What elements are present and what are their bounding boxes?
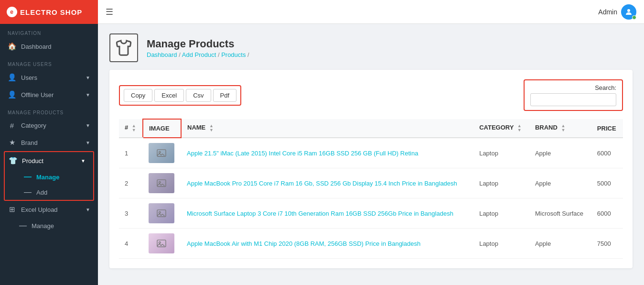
cell-category: Laptop: [473, 168, 529, 198]
cell-name[interactable]: Apple 21.5" iMac (Late 2015) Intel Core …: [181, 138, 473, 168]
cell-name[interactable]: Microsoft Surface Laptop 3 Core i7 10th …: [181, 198, 473, 229]
product-icon: 👕: [9, 156, 17, 165]
products-table-wrapper: # ▲▼ IMAGE NAME ▲▼ CATEGORY: [119, 119, 623, 259]
search-input[interactable]: [530, 93, 616, 106]
search-label: Search:: [595, 84, 616, 91]
app-logo[interactable]: e ELECTRO SHOP: [0, 0, 98, 24]
chevron-down-icon: ▼: [86, 123, 90, 128]
svg-point-4: [159, 181, 161, 183]
cell-num: 4: [119, 229, 143, 259]
admin-label: Admin: [598, 8, 617, 16]
page-content: Manage Products Dashboard / Add Product …: [98, 24, 644, 285]
category-icon: #: [8, 121, 16, 130]
sidebar-item-offline-user[interactable]: 👤 Offline User ▼: [0, 86, 98, 103]
home-icon: 🏠: [8, 42, 16, 51]
sidebar-item-brand[interactable]: ★ Brand ▼: [0, 134, 98, 151]
product-section: 👕 Product ▼ — Manage — Add: [4, 151, 94, 201]
export-buttons-group: Copy Excel Csv Pdf: [119, 85, 241, 106]
search-group: Search:: [524, 79, 623, 111]
page-icon: [109, 33, 138, 62]
svg-point-6: [159, 211, 161, 213]
chevron-down-icon: ▼: [86, 207, 90, 212]
dash-icon: —: [24, 173, 32, 181]
main-wrapper: ☰ Admin Manage Products Dashboard / Add …: [98, 0, 644, 285]
sidebar-item-label: Offline User: [21, 91, 54, 99]
sidebar-item-users[interactable]: 👤 Users ▼: [0, 69, 98, 86]
dash-icon: —: [24, 188, 32, 197]
chevron-down-icon: ▼: [86, 75, 90, 80]
cell-name[interactable]: Apple MacBook Air with M1 Chip 2020 (8GB…: [181, 229, 473, 259]
chevron-down-icon: ▼: [86, 92, 90, 98]
cell-brand: Apple: [529, 138, 591, 168]
cell-image: [143, 138, 181, 168]
page-title-area: Manage Products Dashboard / Add Product …: [147, 38, 249, 58]
sub-item-label: Manage: [32, 222, 54, 230]
manage-users-label: MANAGE USERS: [0, 55, 98, 69]
excel-button[interactable]: Excel: [154, 89, 184, 102]
cell-category: Laptop: [473, 138, 529, 168]
sidebar-item-label: Brand: [21, 139, 38, 146]
cell-category: Laptop: [473, 198, 529, 229]
sidebar-item-label: Users: [21, 74, 37, 81]
breadcrumb: Dashboard / Add Product / Products /: [147, 51, 249, 58]
sort-icon: ▲▼: [561, 124, 566, 132]
table-row: 1 Apple 21.5" iMac (Late 2015) Intel Cor…: [119, 138, 623, 168]
svg-point-8: [159, 241, 161, 243]
cell-num: 1: [119, 138, 143, 168]
cell-brand: Apple: [529, 229, 591, 259]
page-title: Manage Products: [147, 38, 249, 50]
cell-price: 6000: [591, 198, 623, 229]
cell-price: 5000: [591, 168, 623, 198]
products-table: # ▲▼ IMAGE NAME ▲▼ CATEGORY: [119, 119, 623, 259]
csv-button[interactable]: Csv: [186, 89, 211, 102]
cell-price: 7500: [591, 229, 623, 259]
sidebar-item-dashboard[interactable]: 🏠 Dashboard: [0, 38, 98, 55]
chevron-down-icon: ▼: [81, 158, 86, 164]
col-num[interactable]: # ▲▼: [119, 119, 143, 138]
logo-text: ELECTRO SHOP: [20, 8, 82, 16]
sidebar-sub-manage-excel[interactable]: — Manage: [0, 218, 98, 233]
manage-products-label: MANAGE PRODUCTS: [0, 103, 98, 117]
offline-user-icon: 👤: [8, 90, 16, 99]
nav-section-label: NAVIGATION: [0, 24, 98, 38]
topnav: ☰ Admin: [98, 0, 644, 24]
col-brand[interactable]: BRAND ▲▼: [529, 119, 591, 138]
sort-icon: ▲▼: [209, 124, 214, 132]
cell-image: [143, 198, 181, 229]
sidebar-item-product[interactable]: 👕 Product ▼: [5, 152, 93, 169]
svg-point-0: [627, 9, 630, 12]
sidebar-item-excel-upload[interactable]: ⊞ Excel Upload ▼: [0, 201, 98, 218]
cell-image: [143, 168, 181, 198]
logo-icon: e: [7, 7, 17, 17]
sort-icon: ▲▼: [517, 124, 522, 132]
sub-item-label: Add: [36, 189, 47, 196]
sidebar-item-label: Dashboard: [21, 43, 52, 50]
col-image[interactable]: IMAGE: [143, 119, 181, 138]
users-icon: 👤: [8, 73, 16, 82]
toolbar: Copy Excel Csv Pdf Search:: [119, 79, 623, 111]
breadcrumb-add-product[interactable]: Add Product: [182, 51, 216, 58]
cell-brand: Microsoft Surface: [529, 198, 591, 229]
breadcrumb-dashboard[interactable]: Dashboard: [147, 51, 177, 58]
avatar: [621, 4, 636, 20]
breadcrumb-products[interactable]: Products: [221, 51, 246, 58]
sub-item-label: Manage: [36, 174, 59, 181]
sidebar-item-label: Category: [21, 122, 46, 129]
copy-button[interactable]: Copy: [124, 89, 152, 102]
admin-area: Admin: [598, 4, 636, 20]
cell-image: [143, 229, 181, 259]
sidebar-item-category[interactable]: # Category ▼: [0, 117, 98, 134]
table-row: 3 Microsoft Surface Laptop 3 Core i7 10t…: [119, 198, 623, 229]
cell-num: 2: [119, 168, 143, 198]
sidebar-sub-add[interactable]: — Add: [5, 185, 93, 200]
hamburger-icon[interactable]: ☰: [106, 7, 113, 17]
sidebar-item-label: Excel Upload: [21, 206, 58, 213]
col-category[interactable]: CATEGORY ▲▼: [473, 119, 529, 138]
cell-category: Laptop: [473, 229, 529, 259]
col-name[interactable]: NAME ▲▼: [181, 119, 473, 138]
sidebar-sub-manage[interactable]: — Manage: [5, 169, 93, 185]
pdf-button[interactable]: Pdf: [213, 89, 237, 102]
col-price[interactable]: PRICE: [591, 119, 623, 138]
cell-brand: Apple: [529, 168, 591, 198]
cell-name[interactable]: Apple MacBook Pro 2015 Core i7 Ram 16 Gb…: [181, 168, 473, 198]
